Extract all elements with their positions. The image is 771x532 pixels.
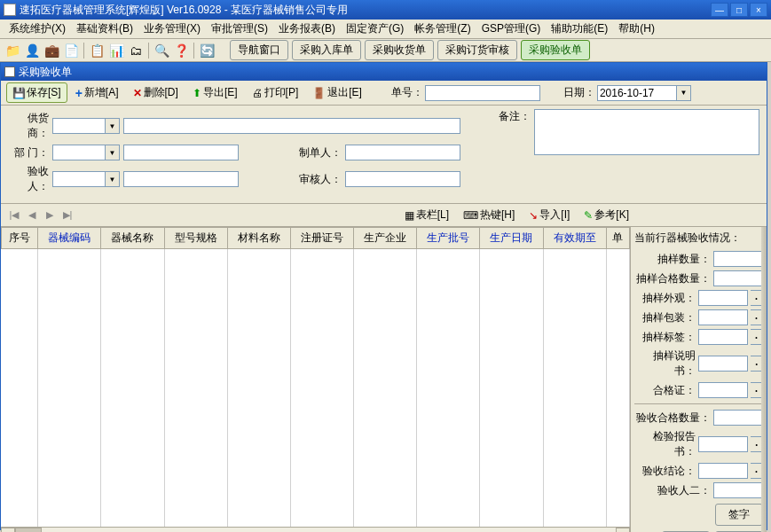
- auditor-input[interactable]: [345, 171, 460, 187]
- side-field-input[interactable]: [698, 329, 748, 345]
- side-field-label: 抽样说明书：: [634, 348, 696, 379]
- grid-header-7[interactable]: 生产批号: [417, 228, 480, 249]
- grid-header-6[interactable]: 生产企业: [354, 228, 417, 249]
- toolbar-icon-7[interactable]: 🗂: [127, 42, 145, 59]
- grid-cell[interactable]: [417, 249, 480, 533]
- toolbar-icon-6[interactable]: 📊: [107, 42, 125, 59]
- maker-input[interactable]: [345, 145, 460, 160]
- supplier-dropdown-icon[interactable]: ▼: [106, 118, 120, 134]
- toolbar-icon-5[interactable]: 📋: [88, 42, 106, 59]
- menu-item-0[interactable]: 系统维护(X): [4, 20, 71, 38]
- toolbar-icon-8[interactable]: 🔍: [153, 42, 170, 59]
- nav-button-0[interactable]: 导航窗口: [230, 40, 288, 60]
- grid-header-2[interactable]: 器械名称: [101, 228, 164, 249]
- toolbar-icon-1[interactable]: 📁: [4, 42, 21, 59]
- save-button[interactable]: 💾保存[S]: [6, 82, 67, 103]
- receiver-name-input[interactable]: [123, 171, 239, 187]
- side-field-label: 抽样外观：: [642, 291, 696, 306]
- reference-button[interactable]: ✎参考[K]: [578, 205, 635, 225]
- side-field-input[interactable]: [698, 356, 748, 372]
- grid-cell[interactable]: [290, 249, 353, 533]
- import-button[interactable]: ↘导入[I]: [523, 205, 576, 225]
- side-field-input[interactable]: [698, 290, 748, 306]
- grid-cell[interactable]: [38, 249, 101, 533]
- nav-next-icon[interactable]: ▶: [42, 207, 58, 223]
- nav-prev-icon[interactable]: ◀: [24, 207, 40, 223]
- nav-button-2[interactable]: 采购收货单: [365, 40, 434, 60]
- grid-header-8[interactable]: 生产日期: [480, 228, 543, 249]
- menu-item-8[interactable]: 辅助功能(E): [546, 20, 613, 38]
- grid-header-0[interactable]: 序号: [2, 228, 38, 249]
- scroll-left-icon[interactable]: ◀: [1, 528, 15, 532]
- side-field-input[interactable]: [713, 270, 763, 286]
- side-field-input[interactable]: [713, 251, 763, 267]
- side-field-input[interactable]: [698, 382, 748, 398]
- menu-item-7[interactable]: GSP管理(G): [476, 20, 547, 38]
- toolbar-icon-4[interactable]: 📄: [62, 42, 80, 59]
- grid-header-9[interactable]: 有效期至: [543, 228, 606, 249]
- receiver-dropdown-icon[interactable]: ▼: [106, 171, 120, 187]
- grid-cell[interactable]: [606, 249, 629, 533]
- menu-item-5[interactable]: 固定资产(G): [341, 20, 409, 38]
- menu-item-4[interactable]: 业务报表(B): [273, 20, 341, 38]
- side-field-label: 验收合格数量：: [636, 411, 711, 426]
- nav-button-1[interactable]: 采购入库单: [292, 40, 361, 60]
- side-row: 抽样外观：•: [634, 290, 763, 306]
- maximize-button[interactable]: □: [730, 3, 748, 17]
- minimize-button[interactable]: —: [711, 3, 728, 17]
- nav-last-icon[interactable]: ▶|: [59, 207, 75, 223]
- export-button[interactable]: ⬆导出[E]: [186, 82, 244, 103]
- grid-cell[interactable]: [2, 249, 38, 533]
- menu-item-6[interactable]: 帐务管理(Z): [409, 20, 476, 38]
- toolbar-icon-9[interactable]: ❓: [172, 42, 190, 59]
- columns-button[interactable]: ▦表栏[L]: [398, 205, 455, 225]
- toolbar-icon-2[interactable]: 👤: [23, 42, 41, 59]
- nav-button-3[interactable]: 采购订货审核: [437, 40, 517, 60]
- dept-dropdown-icon[interactable]: ▼: [106, 145, 120, 160]
- grid-header-1[interactable]: 器械编码: [38, 228, 101, 249]
- menu-item-1[interactable]: 基础资料(B): [71, 20, 138, 38]
- dept-code-input[interactable]: [52, 145, 106, 160]
- receiver-code-input[interactable]: [52, 171, 106, 187]
- menu-item-2[interactable]: 业务管理(X): [138, 20, 206, 38]
- vertical-scrollbar[interactable]: [761, 227, 767, 532]
- side-field-input[interactable]: [713, 482, 763, 498]
- supplier-name-input[interactable]: [123, 118, 460, 134]
- menu-item-3[interactable]: 审批管理(S): [206, 20, 273, 38]
- sign-button[interactable]: 签字: [715, 504, 763, 526]
- date-dropdown-icon[interactable]: ▼: [677, 85, 691, 101]
- date-input[interactable]: [597, 85, 677, 101]
- nav-first-icon[interactable]: |◀: [6, 207, 22, 223]
- menu-item-9[interactable]: 帮助(H): [613, 20, 660, 38]
- dept-name-input[interactable]: [123, 145, 239, 160]
- grid-header-4[interactable]: 材料名称: [227, 228, 290, 249]
- supplier-code-input[interactable]: [52, 118, 106, 134]
- toolbar-icon-10[interactable]: 🔄: [198, 42, 216, 59]
- hotkey-button[interactable]: ⌨热键[H]: [457, 205, 521, 225]
- scroll-right-icon[interactable]: ▶: [616, 528, 630, 532]
- nav-button-4[interactable]: 采购验收单: [521, 40, 590, 60]
- grid-cell[interactable]: [227, 249, 290, 533]
- grid-header-3[interactable]: 型号规格: [164, 228, 227, 249]
- billno-input[interactable]: [425, 85, 540, 101]
- delete-button[interactable]: ✕删除[D]: [127, 82, 185, 103]
- close-button[interactable]: ×: [750, 3, 767, 17]
- grid-header-5[interactable]: 注册证号: [290, 228, 353, 249]
- exit-button[interactable]: 🚪退出[E]: [306, 82, 368, 103]
- print-button[interactable]: 🖨打印[P]: [246, 82, 305, 103]
- grid-cell[interactable]: [354, 249, 417, 533]
- grid-cell[interactable]: [480, 249, 543, 533]
- grid[interactable]: 序号器械编码器械名称型号规格材料名称注册证号生产企业生产批号生产日期有效期至单 …: [1, 227, 630, 532]
- side-field-input[interactable]: [698, 436, 748, 452]
- grid-cell[interactable]: [164, 249, 227, 533]
- side-field-input[interactable]: [698, 463, 748, 479]
- side-field-input[interactable]: [698, 309, 748, 325]
- grid-cell[interactable]: [543, 249, 606, 533]
- grid-header-10[interactable]: 单: [606, 228, 629, 249]
- grid-cell[interactable]: [101, 249, 164, 533]
- side-field-input[interactable]: [713, 410, 763, 426]
- add-button[interactable]: +新增[A]: [69, 82, 125, 103]
- remark-textarea[interactable]: [534, 109, 759, 155]
- horizontal-scrollbar[interactable]: ◀ ▶: [1, 527, 630, 532]
- toolbar-icon-3[interactable]: 💼: [43, 42, 60, 59]
